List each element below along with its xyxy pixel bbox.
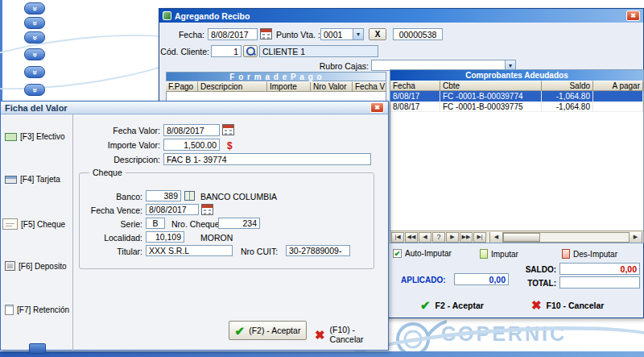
col-cbte[interactable]: Cbte — [440, 81, 542, 91]
credit-card-icon — [5, 176, 17, 184]
recibo-close-button[interactable]: ✖ — [626, 10, 640, 21]
des-imputar-button[interactable]: Des-Imputar — [562, 249, 617, 259]
cell-a-pagar — [593, 102, 643, 111]
nav-prev-page-button[interactable]: ◀◀ — [405, 232, 418, 243]
cheque-icon — [2, 218, 18, 230]
serie-input[interactable]: B — [146, 218, 165, 229]
table-row[interactable]: 8/08/17 FC -0001-B-00039775 -1,064.80 — [390, 102, 643, 112]
calendar-icon[interactable] — [260, 28, 272, 39]
cod-cliente-input[interactable]: 1 — [211, 45, 242, 57]
nav-prev-button[interactable]: ◀ — [419, 232, 431, 243]
collapse-panel-button[interactable]: » — [24, 84, 45, 96]
titular-input[interactable]: XXX S.R.L — [146, 245, 233, 256]
col-nro-valor[interactable]: Nro Valor — [311, 81, 353, 92]
scrollbar-thumb[interactable] — [503, 233, 540, 242]
nav-first-button[interactable]: |◀ — [391, 232, 404, 243]
col-fpago[interactable]: F.Pago — [166, 81, 198, 92]
imputar-button[interactable]: Imputar — [480, 249, 518, 259]
collapse-panel-button[interactable]: » — [24, 17, 45, 29]
tab-f6-deposito[interactable]: [F6] Deposito — [5, 261, 66, 271]
col-fecha[interactable]: Fecha — [390, 81, 440, 91]
check-icon: ✔ — [420, 299, 431, 311]
cod-cliente-label: Cód. Cliente: — [164, 45, 209, 57]
ficha-cancel-button[interactable]: ✖ (F10) - Cancelar — [315, 325, 388, 344]
punto-vta-select[interactable]: 0001 ▾ — [320, 28, 364, 40]
numero-recibo-field[interactable]: 00000538 — [393, 28, 443, 40]
col-importe[interactable]: Importe — [267, 81, 311, 92]
calendar-icon[interactable] — [201, 204, 213, 215]
fecha-vence-input[interactable]: 8/08/2017 — [146, 204, 199, 215]
forma-pago-grid-header: F.Pago Descripcion Importe Nro Valor Fec… — [166, 81, 386, 92]
document-icon — [5, 305, 14, 315]
tab-f3-efectivo[interactable]: [F3] Efectivo — [5, 132, 65, 141]
tab-f7-retencion[interactable]: [F7] Retención — [5, 305, 69, 315]
banco-codigo-input[interactable]: 389 — [146, 190, 181, 201]
cash-icon — [5, 133, 17, 141]
localidad-codigo-input[interactable]: 10,109 — [146, 231, 184, 243]
descripcion-input[interactable]: FAC B 1- 39774 — [163, 153, 371, 165]
tab-label: [F5] Cheque — [21, 220, 65, 229]
localidad-label: Localidad: — [83, 233, 142, 243]
recibo-title: Agregando Recibo — [175, 11, 623, 21]
fecha-input[interactable]: 8/08/2017 — [208, 28, 258, 40]
nav-next-page-button[interactable]: ▶▶ — [460, 232, 473, 243]
des-imputar-icon — [562, 249, 570, 259]
aplicado-label: APLICADO: — [401, 276, 446, 284]
col-a-pagar[interactable]: A pagar — [593, 81, 643, 91]
tab-f4-tarjeta[interactable]: [F4] Tarjeta — [5, 175, 60, 184]
col-saldo[interactable]: Saldo — [542, 81, 593, 91]
tab-label: [F4] Tarjeta — [20, 175, 60, 184]
fecha-valor-input[interactable]: 8/08/2017 — [163, 124, 220, 136]
importe-valor-label: Importe Valor: — [81, 140, 160, 150]
importe-valor-input[interactable]: 1,500.00 — [163, 139, 220, 151]
ficha-close-button[interactable]: ✖ — [370, 102, 384, 113]
search-icon — [246, 46, 256, 56]
collapse-panel-button[interactable]: » — [24, 31, 45, 44]
ficha-accept-button[interactable]: ✔ (F2) - Aceptar — [229, 321, 307, 340]
ficha-titlebar[interactable]: Ficha del Valor ✖ — [1, 102, 388, 114]
horizontal-scrollbar[interactable]: ◀ ▶ — [489, 232, 642, 243]
imputar-label: Imputar — [491, 250, 518, 259]
punto-vta-label: Punto Vta. : — [276, 28, 320, 40]
collapse-panel-button[interactable]: » — [24, 66, 45, 78]
col-descripcion[interactable]: Descripcion — [198, 81, 267, 92]
auto-imputar-button[interactable]: ✔ Auto-Imputar — [393, 249, 452, 258]
saldo-label: SALDO: — [510, 265, 556, 274]
ficha-sidebar — [1, 114, 73, 351]
nav-next-button[interactable]: ▶ — [446, 232, 459, 243]
collapse-panel-button[interactable]: » — [24, 2, 45, 15]
saldo-value-field: 0,00 — [559, 263, 640, 275]
grid-empty-area[interactable] — [390, 112, 643, 230]
calendar-icon[interactable] — [222, 124, 234, 135]
nro-cuit-input[interactable]: 30-27889009- — [286, 245, 350, 256]
scroll-left-icon[interactable]: ◀ — [490, 232, 503, 243]
fecha-value: 8/08/2017 — [211, 30, 249, 39]
bank-lookup-icon[interactable] — [184, 191, 195, 201]
chevron-double-down-icon: » — [31, 6, 39, 11]
chevron-double-down-icon: » — [31, 52, 39, 57]
total-label: TOTAL: — [518, 279, 556, 288]
nav-last-button[interactable]: ▶| — [473, 232, 486, 243]
banco-nombre-text: BANCO COLUMBIA — [200, 192, 277, 201]
checkbox-checked-icon: ✔ — [393, 249, 402, 258]
nro-cheque-input[interactable]: 234 — [218, 218, 260, 229]
close-icon: ✖ — [630, 12, 636, 19]
nav-help-button[interactable]: ? — [432, 232, 445, 243]
cell-fecha: 8/08/17 — [390, 102, 440, 111]
aplicado-value-field: 0,00 — [454, 273, 509, 285]
tab-f5-cheque[interactable]: [F5] Cheque — [2, 218, 65, 230]
recibo-titlebar[interactable]: Agregando Recibo ✖ — [159, 9, 643, 23]
buscar-cliente-button[interactable] — [243, 45, 258, 57]
cheque-group-label: Cheque — [89, 168, 126, 177]
cell-cbte: FC -0001-B-00039774 — [440, 91, 542, 102]
cell-fecha: 8/08/17 — [390, 91, 440, 102]
scroll-right-icon[interactable]: ▶ — [629, 232, 642, 243]
comprobantes-accept-button[interactable]: ✔ F2 - Aceptar — [420, 299, 484, 311]
cell-saldo: -1,064.80 — [542, 91, 593, 102]
clear-punto-vta-button[interactable]: X — [369, 28, 386, 40]
col-fecha-vto[interactable]: Fecha V — [353, 81, 386, 92]
table-row[interactable]: 8/08/17 FC -0001-B-00039774 -1,064.80 — [390, 91, 643, 102]
collapse-panel-button[interactable]: » — [24, 48, 45, 60]
comprobantes-cancel-button[interactable]: ✖ F10 - Cancelar — [531, 299, 604, 311]
bottom-bar — [0, 351, 644, 357]
